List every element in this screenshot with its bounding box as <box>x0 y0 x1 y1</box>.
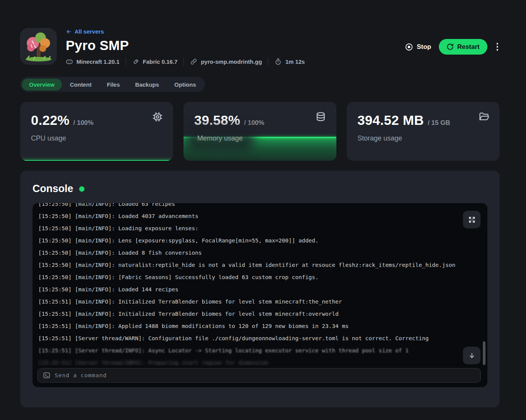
tab-content[interactable]: Content <box>63 79 99 90</box>
console-line: [15:25:50] [main/INFO]: Loaded 144 recip… <box>38 283 487 296</box>
console-line: [15:25:50] [main/INFO]: Loading exposure… <box>38 222 487 234</box>
meta-game-version: Minecraft 1.20.1 <box>66 58 120 65</box>
divider <box>183 58 184 66</box>
divider <box>126 58 126 66</box>
cpu-chip-icon <box>152 111 163 123</box>
storage-usage-max: / 15 GB <box>428 119 450 127</box>
console-line: [15:25:51] [main/INFO]: Applied 1488 bio… <box>38 320 487 332</box>
arrow-left-icon <box>66 29 72 35</box>
page-title: Pyro SMP <box>66 38 305 53</box>
gamepad-icon <box>66 58 73 65</box>
console-line: [15:25:50] [main/INFO]: Lens [exposure:s… <box>38 234 487 247</box>
meta-uptime: 1m 12s <box>274 58 305 65</box>
tree-artwork-icon <box>21 29 57 65</box>
meta-server-address: pyro-smp.modrinth.gg <box>190 58 262 65</box>
stop-button[interactable]: Stop <box>405 43 431 51</box>
command-input-row <box>37 368 481 383</box>
console-expand-button[interactable] <box>463 211 481 228</box>
stop-button-label: Stop <box>417 43 431 51</box>
back-link-label: All servers <box>75 28 104 35</box>
meta-label: Minecraft 1.20.1 <box>76 58 120 65</box>
restart-icon <box>446 43 454 50</box>
stop-icon <box>405 43 413 51</box>
console-line: [15:25:50] [main/INFO]: Loaded 63 recipe… <box>38 203 487 210</box>
cpu-usage-card: 0.22% / 100% CPU usage <box>20 102 173 161</box>
terminal-icon <box>43 372 50 379</box>
cpu-usage-label: CPU usage <box>31 134 66 142</box>
back-to-all-servers-link[interactable]: All servers <box>66 28 104 35</box>
more-options-button[interactable] <box>495 40 500 53</box>
console-line: [15:25:51] [main/INFO]: Initialized Terr… <box>38 296 487 308</box>
expand-icon <box>468 216 476 224</box>
console-line: [15:25:51] [main/INFO]: Initialized Terr… <box>38 308 487 320</box>
meta-label: pyro-smp.modrinth.gg <box>201 58 262 65</box>
console-panel: Console [15:25:50] [main/INFO]: Loaded 6… <box>20 171 500 407</box>
memory-usage-value: 39.58% <box>194 113 240 128</box>
header-actions: Stop Restart <box>405 39 500 55</box>
meta-label: Fabric 0.16.7 <box>143 58 178 65</box>
stats-row: 0.22% / 100% CPU usage 39.58% / 100% Mem… <box>20 102 500 161</box>
console-line: [15:25:51] [Server thread/INFO]: Prepari… <box>38 357 487 366</box>
console-line: [15:25:50] [main/INFO]: Loaded 8 fish co… <box>38 247 487 259</box>
cpu-usage-value: 0.22% <box>31 113 70 128</box>
memory-usage-max: / 100% <box>244 119 265 127</box>
console-line: [15:25:50] [main/INFO]: [Fabric Seasons]… <box>38 271 487 283</box>
meta-loader-version: Fabric 0.16.7 <box>132 58 178 65</box>
console-line: [15:25:50] [main/INFO]: naturalist:repti… <box>38 259 487 271</box>
tab-overview[interactable]: Overview <box>22 79 62 90</box>
tab-backups[interactable]: Backups <box>128 79 167 90</box>
timer-icon <box>274 58 282 65</box>
console-box: [15:25:50] [main/INFO]: Loaded 63 recipe… <box>32 203 487 387</box>
tab-bar: Overview Content Files Backups Options <box>20 77 205 92</box>
console-log: [15:25:50] [main/INFO]: Loaded 63 recipe… <box>38 203 487 366</box>
server-meta-row: Minecraft 1.20.1 Fabric 0.16.7 pyro-smp.… <box>66 58 305 66</box>
divider <box>268 58 268 66</box>
memory-usage-card: 39.58% / 100% Memory usage <box>183 102 336 161</box>
storage-usage-card: 394.52 MB / 15 GB Storage usage <box>347 102 500 161</box>
database-icon <box>315 111 326 123</box>
restart-button[interactable]: Restart <box>439 39 487 55</box>
scroll-to-bottom-button[interactable] <box>463 347 481 364</box>
console-status-dot <box>79 186 84 192</box>
server-dashboard-page: All servers Pyro SMP Minecraft 1.20.1 Fa… <box>0 0 526 420</box>
arrow-down-icon <box>468 352 476 360</box>
flask-icon <box>132 58 140 65</box>
server-icon <box>20 28 57 65</box>
cpu-usage-max: / 100% <box>73 119 94 127</box>
console-line: [15:25:50] [main/INFO]: Loaded 4037 adva… <box>38 210 487 222</box>
console-line: [15:25:51] [Server thread/WARN]: Configu… <box>38 332 487 344</box>
folder-open-icon <box>478 111 490 123</box>
console-viewport[interactable]: [15:25:50] [main/INFO]: Loaded 63 recipe… <box>32 203 487 366</box>
console-line: [15:25:51] [Server thread/INFO]: Async L… <box>38 344 487 357</box>
console-title: Console <box>32 183 73 195</box>
storage-usage-value: 394.52 MB <box>357 113 424 128</box>
meta-label: 1m 12s <box>285 58 305 65</box>
restart-button-label: Restart <box>457 43 480 51</box>
tab-files[interactable]: Files <box>99 79 127 90</box>
link-icon <box>190 58 197 65</box>
command-input[interactable] <box>55 372 476 378</box>
server-header: All servers Pyro SMP Minecraft 1.20.1 Fa… <box>20 28 500 66</box>
storage-usage-label: Storage usage <box>357 134 402 142</box>
tab-options[interactable]: Options <box>167 79 203 90</box>
memory-usage-label: Memory usage <box>191 131 249 145</box>
console-scrollbar-thumb[interactable] <box>483 341 485 365</box>
